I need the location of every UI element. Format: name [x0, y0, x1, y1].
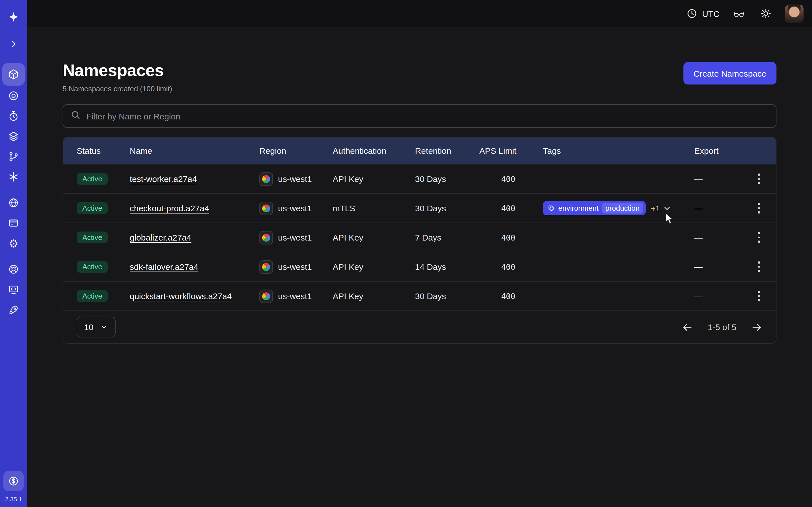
row-actions-kebab-menu[interactable] — [751, 229, 767, 246]
retention-label: 30 Days — [415, 203, 479, 213]
authentication-label: mTLS — [333, 203, 415, 213]
table-row: Active sdk-failover.a27a4 us-west1 API K… — [63, 252, 776, 281]
status-badge: Active — [77, 290, 108, 302]
sidebar-expand-chevron-icon[interactable] — [3, 34, 24, 54]
aps-limit-value: 400 — [479, 291, 515, 300]
column-header-status: Status — [77, 146, 130, 156]
namespace-name-link[interactable]: test-worker.a27a4 — [130, 174, 197, 184]
status-badge: Active — [77, 202, 108, 214]
main-content: Namespaces 5 Namespaces created (100 lim… — [27, 27, 812, 507]
namespace-count-subtitle: 5 Namespaces created (100 limit) — [63, 84, 172, 93]
next-page-button[interactable] — [751, 321, 762, 333]
table-header-row: StatusNameRegionAuthenticationRetentionA… — [63, 137, 776, 164]
table-row: Active test-worker.a27a4 us-west1 API Ke… — [63, 164, 776, 193]
timezone-label: UTC — [702, 9, 719, 18]
column-header-aps-limit: APS Limit — [479, 146, 543, 156]
table-row: Active checkout-prod.a27a4 us-west1 mTLS… — [63, 193, 776, 223]
namespace-name-link[interactable]: sdk-failover.a27a4 — [130, 262, 199, 272]
namespace-name-link[interactable]: globalizer.a27a4 — [130, 233, 192, 242]
nav-quickstart-rocket-icon[interactable] — [3, 300, 24, 320]
nav-schedules-timer-icon[interactable] — [3, 106, 24, 126]
app-window: ⚙ 2.35.1 UTC — [0, 0, 812, 507]
clock-icon — [686, 8, 698, 19]
tag-value: production — [602, 203, 643, 214]
timezone-button[interactable]: UTC — [686, 8, 719, 19]
aps-limit-value: 400 — [479, 204, 515, 213]
tags-cell: environmentproduction +1 — [543, 201, 694, 215]
filter-input[interactable] — [86, 111, 769, 121]
gcp-cloud-icon — [259, 260, 273, 274]
labs-glasses-icon[interactable] — [731, 6, 747, 21]
column-header-authentication: Authentication — [333, 146, 415, 156]
row-actions-kebab-menu[interactable] — [751, 287, 767, 305]
region-label: us-west1 — [278, 203, 312, 213]
authentication-label: API Key — [333, 262, 415, 272]
nav-settings-gear-icon[interactable]: ⚙ — [3, 233, 24, 253]
authentication-label: API Key — [333, 291, 415, 301]
page-size-select[interactable]: 10 — [77, 317, 115, 337]
previous-page-button[interactable] — [682, 321, 693, 333]
gcp-cloud-icon — [259, 202, 273, 215]
column-header-tags: Tags — [543, 146, 694, 156]
aps-limit-value: 400 — [479, 233, 515, 242]
nav-deployments-layers-icon[interactable] — [3, 126, 24, 147]
export-value: — — [694, 291, 742, 301]
gcp-cloud-icon — [259, 172, 273, 186]
filter-input-container — [63, 104, 776, 128]
page-size-value: 10 — [84, 322, 93, 332]
tag-icon — [548, 205, 555, 212]
column-header-region: Region — [259, 146, 333, 156]
gcp-cloud-icon — [259, 231, 273, 244]
export-value: — — [694, 174, 742, 184]
retention-label: 14 Days — [415, 262, 479, 272]
page-title: Namespaces — [63, 61, 172, 80]
export-value: — — [694, 262, 742, 272]
row-actions-kebab-menu[interactable] — [751, 170, 767, 187]
theme-sun-icon[interactable] — [758, 6, 774, 21]
create-namespace-button[interactable]: Create Namespace — [683, 62, 776, 84]
temporal-logo-icon[interactable] — [3, 7, 24, 27]
retention-label: 30 Days — [415, 291, 479, 301]
table-body: Active test-worker.a27a4 us-west1 API Ke… — [63, 164, 776, 311]
tag-pill[interactable]: environmentproduction — [543, 201, 646, 215]
row-actions-kebab-menu[interactable] — [751, 258, 767, 276]
status-badge: Active — [77, 173, 108, 185]
status-badge: Active — [77, 261, 108, 273]
sidebar: ⚙ 2.35.1 — [0, 0, 27, 507]
nav-batch-branch-icon[interactable] — [3, 147, 24, 167]
pagination-range-label: 1-5 of 5 — [708, 322, 737, 332]
topbar: UTC — [27, 0, 812, 27]
nav-namespaces-cube-icon[interactable] — [2, 63, 25, 86]
row-actions-kebab-menu[interactable] — [751, 200, 767, 217]
region-label: us-west1 — [278, 291, 312, 301]
nav-globe-icon[interactable] — [3, 193, 24, 213]
authentication-label: API Key — [333, 233, 415, 242]
region-label: us-west1 — [278, 174, 312, 184]
app-version-label: 2.35.1 — [5, 496, 22, 503]
aps-limit-value: 400 — [479, 174, 515, 183]
user-avatar[interactable] — [785, 4, 804, 23]
export-value: — — [694, 233, 742, 242]
status-badge: Active — [77, 231, 108, 243]
aps-limit-value: 400 — [479, 262, 515, 271]
nav-docs-screen-icon[interactable] — [3, 279, 24, 300]
nav-nexus-asterisk-icon[interactable] — [3, 167, 24, 187]
table-footer: 10 1-5 of 5 — [63, 311, 776, 343]
authentication-label: API Key — [333, 174, 415, 184]
column-header-name: Name — [130, 146, 259, 156]
region-label: us-west1 — [278, 233, 312, 242]
retention-label: 7 Days — [415, 233, 479, 242]
column-header-export: Export — [694, 146, 742, 156]
retention-label: 30 Days — [415, 174, 479, 184]
region-label: us-west1 — [278, 262, 312, 272]
namespaces-table: StatusNameRegionAuthenticationRetentionA… — [63, 137, 776, 344]
usage-dollar-icon[interactable] — [3, 471, 24, 491]
nav-support-lifering-icon[interactable] — [3, 259, 24, 279]
chevron-down-icon — [100, 323, 108, 331]
gcp-cloud-icon — [259, 289, 273, 303]
namespace-name-link[interactable]: checkout-prod.a27a4 — [130, 203, 209, 213]
nav-billing-card-icon[interactable] — [3, 213, 24, 233]
nav-workflows-icon[interactable] — [3, 86, 24, 106]
tags-chevron-down-icon[interactable] — [663, 204, 672, 213]
namespace-name-link[interactable]: quickstart-workflows.a27a4 — [130, 291, 232, 301]
